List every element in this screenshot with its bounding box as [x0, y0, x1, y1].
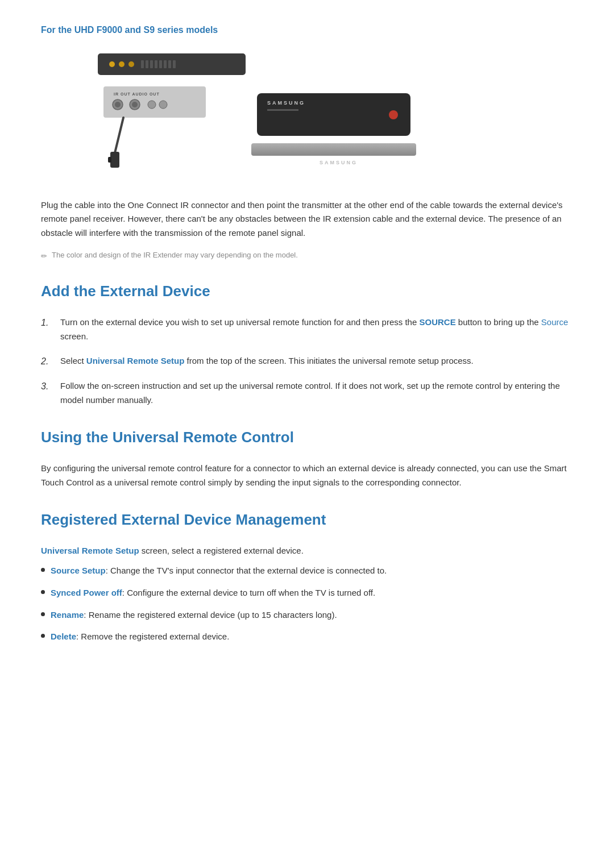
step-1-text-after: screen. [60, 331, 88, 341]
subtitle: For the UHD F9000 and S9 series models [41, 23, 573, 38]
registered-item-1: Source Setup: Change the TV's input conn… [41, 564, 573, 578]
registered-item-1-desc: : Change the TV's input connector that t… [106, 566, 387, 575]
registered-item-4-desc: : Remove the registered external device. [76, 632, 229, 641]
step-3-number: 3. [41, 379, 52, 394]
step-2: 2. Select Universal Remote Setup from th… [41, 354, 573, 369]
step-1-text-before: Turn on the external device you wish to … [60, 317, 419, 327]
step-1-link1: SOURCE [419, 317, 455, 327]
registered-item-4-text: Delete: Remove the registered external d… [51, 630, 229, 644]
registered-item-3-link: Rename [51, 610, 84, 620]
svg-rect-5 [146, 60, 148, 68]
step-2-text-before: Select [60, 356, 86, 366]
step-2-text-after: from the top of the screen. This initiat… [184, 356, 473, 366]
using-remote-body: By configuring the universal remote cont… [41, 462, 573, 490]
bullet-icon-3 [41, 612, 45, 616]
svg-text:SAMSUNG: SAMSUNG [267, 100, 305, 106]
note-icon: ✏ [41, 251, 47, 263]
svg-rect-7 [155, 60, 157, 68]
step-2-number: 2. [41, 354, 52, 369]
step-2-text: Select Universal Remote Setup from the t… [60, 354, 474, 368]
registered-item-4-link: Delete [51, 632, 76, 641]
registered-item-3: Rename: Rename the registered external d… [41, 608, 573, 622]
svg-rect-21 [110, 152, 119, 168]
registered-intro-link: Universal Remote Setup [41, 546, 139, 555]
using-remote-title: Using the Universal Remote Control [41, 426, 573, 450]
svg-rect-8 [159, 60, 162, 68]
add-device-title: Add the External Device [41, 280, 573, 304]
add-device-steps: 1. Turn on the external device you wish … [41, 315, 573, 407]
svg-point-26 [389, 110, 398, 119]
svg-point-2 [119, 61, 125, 67]
device-image-section: IR OUT AUDIO OUT SAMSUNG SAMSUNG [41, 48, 573, 182]
registered-item-3-desc: : Rename the registered external device … [84, 610, 337, 620]
svg-rect-25 [267, 109, 298, 111]
registered-item-2-link: Synced Power off [51, 588, 122, 597]
step-2-link1: Universal Remote Setup [86, 356, 185, 366]
step-1: 1. Turn on the external device you wish … [41, 315, 573, 344]
svg-text:IR OUT   AUDIO OUT: IR OUT AUDIO OUT [114, 92, 160, 96]
svg-rect-9 [164, 60, 167, 68]
svg-point-19 [159, 101, 167, 109]
step-1-text: Turn on the external device you wish to … [60, 315, 573, 344]
svg-line-20 [115, 118, 123, 153]
svg-rect-4 [141, 60, 144, 68]
svg-rect-22 [108, 157, 111, 163]
bullet-icon-2 [41, 590, 45, 594]
svg-point-18 [148, 101, 156, 109]
intro-paragraph: Plug the cable into the One Connect IR c… [41, 198, 573, 240]
registered-item-1-link: Source Setup [51, 566, 106, 575]
registered-item-2-text: Synced Power off: Configure the external… [51, 586, 375, 600]
registered-item-2: Synced Power off: Configure the external… [41, 586, 573, 600]
svg-rect-6 [150, 60, 153, 68]
note-row: ✏ The color and design of the IR Extende… [41, 250, 573, 263]
registered-intro-after: screen, select a registered external dev… [139, 546, 304, 555]
registered-item-4: Delete: Remove the registered external d… [41, 630, 573, 644]
svg-point-1 [109, 61, 115, 67]
registered-item-1-text: Source Setup: Change the TV's input conn… [51, 564, 387, 578]
step-1-link2: Source [541, 317, 569, 327]
svg-rect-27 [251, 143, 416, 156]
step-1-number: 1. [41, 315, 52, 330]
registered-items-list: Source Setup: Change the TV's input conn… [41, 564, 573, 644]
bullet-icon-1 [41, 568, 45, 572]
svg-point-17 [132, 102, 138, 107]
step-3: 3. Follow the on-screen instruction and … [41, 379, 573, 408]
device-illustration: IR OUT AUDIO OUT SAMSUNG SAMSUNG [41, 48, 428, 178]
svg-rect-10 [168, 60, 171, 68]
registered-intro: Universal Remote Setup screen, select a … [41, 544, 573, 558]
note-text: The color and design of the IR Extender … [52, 250, 298, 261]
svg-point-3 [128, 61, 134, 67]
bullet-icon-4 [41, 634, 45, 638]
registered-item-3-text: Rename: Rename the registered external d… [51, 608, 337, 622]
registered-item-2-desc: : Configure the external device to turn … [122, 588, 375, 597]
registered-management-title: Registered External Device Management [41, 508, 573, 532]
svg-text:SAMSUNG: SAMSUNG [320, 160, 358, 165]
step-1-text-middle: button to bring up the [456, 317, 541, 327]
step-3-text: Follow the on-screen instruction and set… [60, 379, 573, 408]
svg-point-15 [115, 102, 121, 107]
svg-rect-11 [173, 60, 176, 68]
